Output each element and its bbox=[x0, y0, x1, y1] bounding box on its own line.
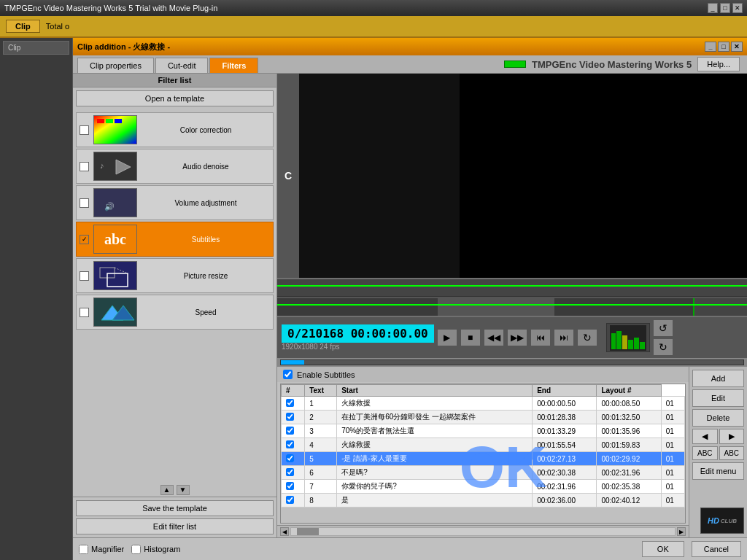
subtitle-row-checkbox[interactable] bbox=[286, 427, 294, 435]
table-row[interactable]: 7你愛你的兒子嗎?00:02:31.9600:02:35.3801 bbox=[282, 480, 685, 494]
filter-checkbox-audio-denoise[interactable] bbox=[80, 162, 89, 171]
table-row[interactable]: 1火線救援00:00:00.5000:00:08.5001 bbox=[282, 397, 685, 411]
vu-bar-6 bbox=[640, 342, 645, 349]
rewind-button[interactable]: ◀◀ bbox=[484, 329, 504, 346]
ok-button[interactable]: OK bbox=[642, 541, 684, 557]
h-scrollbar-track[interactable] bbox=[290, 527, 676, 536]
table-row[interactable]: 8是00:02:36.0000:02:40.1201 bbox=[282, 494, 685, 508]
filter-panel: Filter list Open a template Color correc… bbox=[73, 74, 277, 537]
dialog-minimize[interactable]: _ bbox=[705, 42, 716, 52]
start-button[interactable]: Clip bbox=[6, 20, 40, 33]
tab-clip-properties[interactable]: Clip properties bbox=[77, 58, 154, 73]
filter-item-volume-adjustment[interactable]: 🔊 Volume adjustment bbox=[76, 185, 274, 220]
subtitle-row-end: 00:01:32.50 bbox=[597, 411, 661, 424]
subtitle-row-checkbox[interactable] bbox=[286, 399, 294, 407]
fast-forward-button[interactable]: ▶▶ bbox=[507, 329, 527, 346]
histogram-checkbox[interactable] bbox=[131, 545, 141, 554]
subtitle-row-num: 7 bbox=[305, 480, 337, 494]
magnifier-checkbox[interactable] bbox=[79, 545, 88, 554]
filter-items-list: Color correction ♪ Audio denoise bbox=[73, 109, 276, 483]
subtitle-row-end: 00:02:35.38 bbox=[597, 480, 661, 494]
filter-item-subtitles[interactable]: ✓ abc Subtitles bbox=[76, 222, 274, 257]
subtitle-row-start: 00:02:30.38 bbox=[533, 466, 597, 480]
magnifier-checkbox-group: Magnifier bbox=[79, 545, 124, 554]
progress-bar[interactable] bbox=[280, 359, 744, 365]
histogram-label: Histogram bbox=[144, 545, 180, 553]
subtitle-enable-bar: Enable Subtitles bbox=[277, 367, 689, 382]
subtitle-row-text: 在拉丁美洲每60分鐘即發生 一起綁架案件 bbox=[337, 411, 533, 424]
filter-thumb-volume-adjustment: 🔊 bbox=[93, 188, 137, 217]
filter-label-picture-resize: Picture resize bbox=[142, 272, 270, 280]
dialog-close[interactable]: ✕ bbox=[731, 42, 743, 52]
minimize-button[interactable]: _ bbox=[708, 3, 718, 13]
filter-scroll-down[interactable]: ▼ bbox=[177, 485, 190, 495]
filter-item-picture-resize[interactable]: Picture resize bbox=[76, 258, 274, 293]
subtitle-row-text: 火線救援 bbox=[337, 438, 533, 452]
table-row[interactable]: 4火線救援00:01:55.5400:01:59.8301 bbox=[282, 438, 685, 452]
subtitle-row-start: 00:01:55.54 bbox=[533, 438, 597, 452]
subtitle-table-container: # Text Start End Layout # bbox=[280, 384, 686, 524]
redo-button[interactable]: ↻ bbox=[653, 338, 673, 356]
enable-subtitles-checkbox[interactable] bbox=[283, 370, 293, 379]
subtitle-row-checkbox[interactable] bbox=[286, 468, 294, 476]
tab-cut-edit[interactable]: Cut-edit bbox=[155, 58, 209, 73]
filter-label-audio-denoise: Audio denoise bbox=[142, 163, 270, 171]
subtitle-section: Enable Subtitles # Text bbox=[277, 367, 747, 537]
abc-button-2[interactable]: ABC bbox=[719, 446, 745, 460]
maximize-button[interactable]: □ bbox=[720, 3, 730, 13]
svg-rect-3 bbox=[115, 119, 122, 123]
subtitle-row-checkbox[interactable] bbox=[286, 440, 294, 448]
filter-item-color-correction[interactable]: Color correction bbox=[76, 112, 274, 147]
scroll-right[interactable]: ▶ bbox=[677, 527, 686, 536]
subtitle-row-checkbox[interactable] bbox=[286, 413, 294, 421]
vu-bar-5 bbox=[634, 338, 639, 349]
nav-prev-button[interactable]: ◀ bbox=[692, 429, 718, 444]
filter-item-speed[interactable]: Speed bbox=[76, 295, 274, 330]
subtitle-row-checkbox[interactable] bbox=[286, 482, 294, 490]
filter-checkbox-subtitles[interactable]: ✓ bbox=[80, 235, 89, 244]
scroll-left[interactable]: ◀ bbox=[280, 527, 289, 536]
frame-back-button[interactable]: ⏮ bbox=[530, 329, 551, 346]
cancel-button[interactable]: Cancel bbox=[692, 541, 741, 557]
loop-button[interactable]: ↻ bbox=[577, 329, 597, 346]
filter-checkbox-speed[interactable] bbox=[80, 308, 89, 317]
help-button[interactable]: Help... bbox=[697, 57, 740, 71]
filter-checkbox-volume-adjustment[interactable] bbox=[80, 198, 89, 208]
edit-filter-list-button[interactable]: Edit filter list bbox=[76, 518, 274, 534]
nav-next-button[interactable]: ▶ bbox=[719, 429, 745, 444]
dialog-maximize[interactable]: □ bbox=[718, 42, 729, 52]
filter-scroll-up[interactable]: ▲ bbox=[160, 485, 174, 495]
subtitle-row-checkbox[interactable] bbox=[286, 496, 294, 504]
svg-rect-8 bbox=[94, 262, 136, 289]
edit-button[interactable]: Edit bbox=[692, 389, 744, 407]
undo-button[interactable]: ↺ bbox=[653, 319, 673, 337]
subtitle-row-text: -是 請講-家人最重要 bbox=[337, 452, 533, 466]
table-row[interactable]: 6不是嗎?00:02:30.3800:02:31.9601 bbox=[282, 466, 685, 480]
filter-checkbox-color-correction[interactable] bbox=[80, 125, 89, 135]
subtitle-row-num: 6 bbox=[305, 466, 337, 480]
table-row[interactable]: 2在拉丁美洲每60分鐘即發生 一起綁架案件00:01:28.3800:01:32… bbox=[282, 411, 685, 424]
subtitle-row-layout: 01 bbox=[661, 480, 684, 494]
subtitle-row-checkbox[interactable] bbox=[286, 454, 294, 462]
open-template-button[interactable]: Open a template bbox=[76, 90, 274, 106]
filter-item-audio-denoise[interactable]: ♪ Audio denoise bbox=[76, 149, 274, 184]
table-row[interactable]: 370%的受害者無法生還00:01:33.2900:01:35.9601 bbox=[282, 424, 685, 438]
subtitle-scroll[interactable]: # Text Start End Layout # bbox=[281, 384, 685, 508]
svg-rect-2 bbox=[106, 119, 113, 123]
play-button[interactable]: ▶ bbox=[437, 329, 457, 346]
sidebar-tab-clip[interactable]: Clip bbox=[3, 41, 69, 55]
edit-menu-button[interactable]: Edit menu bbox=[692, 462, 744, 480]
delete-button[interactable]: Delete bbox=[692, 409, 744, 427]
filter-label-volume-adjustment: Volume adjustment bbox=[142, 199, 270, 207]
frame-forward-button[interactable]: ⏭ bbox=[554, 329, 574, 346]
tab-filters[interactable]: Filters bbox=[209, 58, 258, 73]
abc-button-1[interactable]: ABC bbox=[692, 446, 718, 460]
filter-thumb-picture-resize bbox=[93, 261, 137, 290]
close-button[interactable]: ✕ bbox=[732, 3, 743, 13]
save-template-button[interactable]: Save the template bbox=[76, 500, 274, 516]
table-row[interactable]: 5-是 請講-家人最重要00:02:27.1300:02:29.9201 bbox=[282, 452, 685, 466]
stop-button[interactable]: ■ bbox=[460, 329, 481, 346]
filter-checkbox-picture-resize[interactable] bbox=[80, 271, 89, 281]
add-button[interactable]: Add bbox=[692, 370, 744, 387]
vu-bar-2 bbox=[616, 331, 622, 349]
